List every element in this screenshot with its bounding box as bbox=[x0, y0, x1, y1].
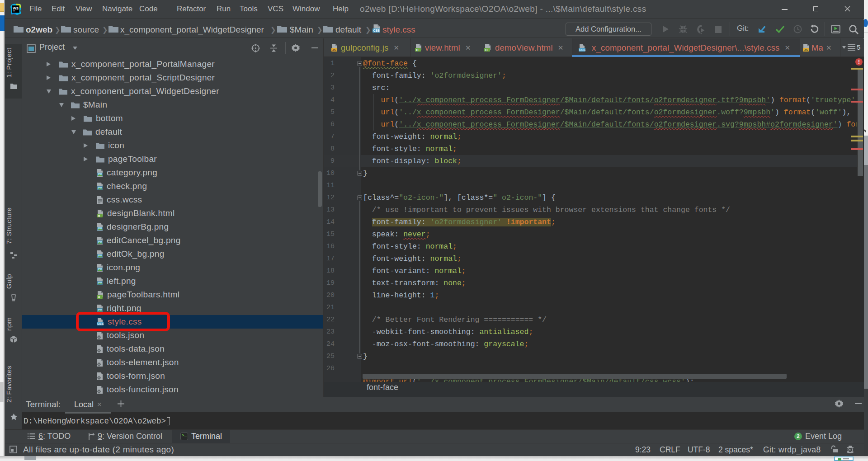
svg-text:CSS: CSS bbox=[373, 29, 380, 32]
svg-text:JS: JS bbox=[332, 48, 336, 52]
svg-text:JS: JS bbox=[804, 48, 808, 52]
svg-text:CSS: CSS bbox=[579, 48, 585, 51]
svg-text:H: H bbox=[98, 213, 100, 217]
svg-text:H: H bbox=[98, 295, 100, 298]
svg-text:H: H bbox=[485, 48, 487, 52]
svg-text:H: H bbox=[416, 48, 418, 52]
